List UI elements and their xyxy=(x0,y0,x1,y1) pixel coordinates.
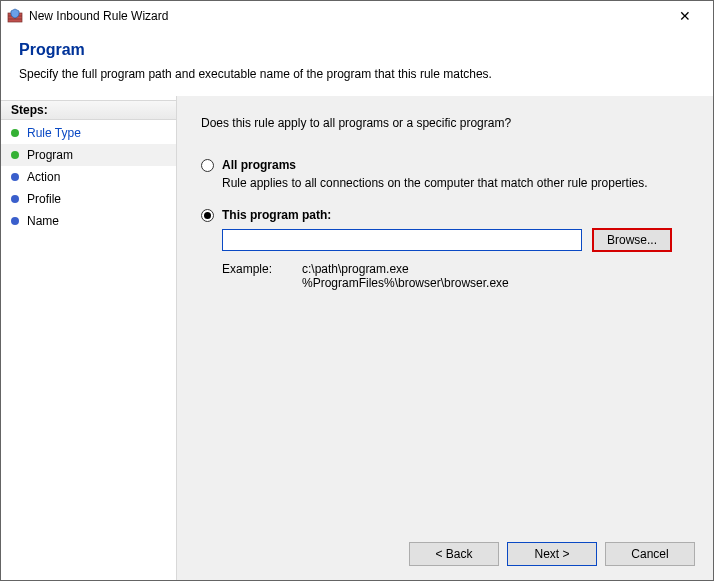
example-values: c:\path\program.exe %ProgramFiles%\brows… xyxy=(302,262,509,290)
wizard-footer: < Back Next > Cancel xyxy=(409,542,695,566)
titlebar: New Inbound Rule Wizard ✕ xyxy=(1,1,713,31)
steps-list: Rule Type Program Action Profile Name xyxy=(1,120,176,234)
close-icon[interactable]: ✕ xyxy=(665,8,705,24)
browse-button[interactable]: Browse... xyxy=(592,228,672,252)
radio-program-path[interactable] xyxy=(201,209,214,222)
step-rule-type[interactable]: Rule Type xyxy=(1,122,176,144)
window-title: New Inbound Rule Wizard xyxy=(29,9,665,23)
options-group: All programs Rule applies to all connect… xyxy=(177,130,713,290)
option-program-path[interactable]: This program path: xyxy=(201,208,689,222)
step-label: Action xyxy=(27,170,60,184)
step-label: Name xyxy=(27,214,59,228)
bullet-icon xyxy=(11,217,19,225)
main-panel: Does this rule apply to all programs or … xyxy=(176,96,713,580)
wizard-body: Steps: Rule Type Program Action Profile xyxy=(1,96,713,580)
step-label[interactable]: Rule Type xyxy=(27,126,81,140)
steps-sidebar: Steps: Rule Type Program Action Profile xyxy=(1,96,176,580)
program-path-row: Browse... xyxy=(222,228,689,252)
radio-all-programs[interactable] xyxy=(201,159,214,172)
step-label: Program xyxy=(27,148,73,162)
cancel-button[interactable]: Cancel xyxy=(605,542,695,566)
wizard-header: Program Specify the full program path an… xyxy=(1,31,713,96)
next-button[interactable]: Next > xyxy=(507,542,597,566)
option-all-desc: Rule applies to all connections on the c… xyxy=(222,176,689,190)
option-all-label: All programs xyxy=(222,158,296,172)
bullet-icon xyxy=(11,129,19,137)
question-text: Does this rule apply to all programs or … xyxy=(177,96,713,130)
steps-label: Steps: xyxy=(1,100,176,120)
bullet-icon xyxy=(11,173,19,181)
program-path-input[interactable] xyxy=(222,229,582,251)
step-action[interactable]: Action xyxy=(1,166,176,188)
page-subtitle: Specify the full program path and execut… xyxy=(19,67,695,81)
page-title: Program xyxy=(19,41,695,59)
back-button[interactable]: < Back xyxy=(409,542,499,566)
option-path-label: This program path: xyxy=(222,208,331,222)
step-program[interactable]: Program xyxy=(1,144,176,166)
example-row: Example: c:\path\program.exe %ProgramFil… xyxy=(222,262,689,290)
option-all-programs[interactable]: All programs xyxy=(201,158,689,172)
bullet-icon xyxy=(11,151,19,159)
step-label: Profile xyxy=(27,192,61,206)
bullet-icon xyxy=(11,195,19,203)
firewall-icon xyxy=(7,8,23,24)
wizard-window: New Inbound Rule Wizard ✕ Program Specif… xyxy=(0,0,714,581)
step-name[interactable]: Name xyxy=(1,210,176,232)
step-profile[interactable]: Profile xyxy=(1,188,176,210)
example-label: Example: xyxy=(222,262,302,290)
